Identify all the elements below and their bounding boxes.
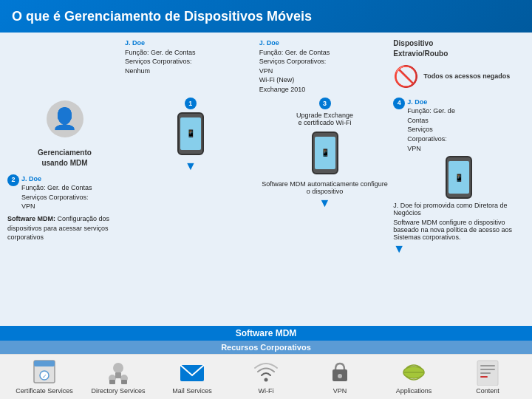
s1-none: Nenhum xyxy=(125,67,150,75)
svg-point-4 xyxy=(113,363,123,373)
s1-step: 1 xyxy=(185,98,197,109)
s3-action2: e certificado Wi-Fi xyxy=(298,119,351,126)
s4-screen: 📱 xyxy=(449,161,469,194)
s4-mdm-text: Software MDM configure o dispositivo bas… xyxy=(393,219,512,241)
s4-promoted: J. Doe foi promovida como Diretora de Ne… xyxy=(393,202,525,216)
s1-services: Serviços Corporativos: xyxy=(125,58,192,65)
s3-mdm-text: Software MDM automaticamente configure o… xyxy=(259,180,391,195)
s3-screen: 📱 xyxy=(315,137,335,169)
s1-screen: 📱 xyxy=(180,117,201,150)
icon-label-6: Content xyxy=(476,387,499,395)
s3-vpn: VPN xyxy=(259,67,273,75)
icon-item-1: Directory Services xyxy=(85,359,151,395)
svg-rect-19 xyxy=(480,372,491,374)
s2-step: 2 xyxy=(7,174,19,186)
scenario2-info: 2 J. Doe Função: Ger. de Contas Serviços… xyxy=(7,174,122,242)
s1-name: J. Doe xyxy=(125,39,145,47)
s3-step: 3 xyxy=(319,98,331,109)
icon-img-1 xyxy=(103,359,133,386)
s1-phone: 📱 xyxy=(177,112,204,155)
page-wrapper: O que é Gerenciamento de Dispositivos Mó… xyxy=(0,0,532,399)
s3-role: Função: Ger. de Contas xyxy=(259,49,330,56)
s4-vpn: VPN xyxy=(407,145,421,152)
s4-name: J. Doe xyxy=(407,98,427,106)
svg-rect-8 xyxy=(121,380,127,384)
s5-right-title1: Dispositivo xyxy=(393,38,433,49)
svg-rect-1 xyxy=(34,361,55,366)
svg-rect-9 xyxy=(115,372,121,378)
s3-action1: Upgrade Exchange xyxy=(296,112,353,119)
mdm-bar: Software MDM xyxy=(0,326,532,341)
icon-label-4: VPN xyxy=(333,387,347,395)
bottom-bars: Software MDM Recursos Corporativos ✓Cert… xyxy=(0,326,532,399)
s2-services: Serviços xyxy=(21,194,47,201)
s3-name: J. Doe xyxy=(259,39,279,47)
icons-bar: ✓Certificate ServicesDirectory ServicesM… xyxy=(0,354,532,399)
scenarios-main: 👤 Gerenciamento usando MDM 2 J. Doe Funç… xyxy=(7,98,525,258)
svg-point-11 xyxy=(265,378,268,382)
mdm-label: Software MDM xyxy=(236,328,297,338)
icon-item-4: VPN xyxy=(307,359,373,395)
s3-services: Serviços Corporativos: xyxy=(259,58,327,65)
s3-mdm-action: Software MDM automaticamente configure o… xyxy=(262,180,388,195)
scenario4-info: 4 J. Doe Função: Ger. de Contas Serviços… xyxy=(393,98,525,154)
corp-label: Recursos Corporativos xyxy=(221,343,311,352)
s4-phone: 📱 xyxy=(446,156,472,199)
icon-img-6 xyxy=(473,359,502,386)
icon-img-5 xyxy=(399,359,429,386)
s4-step: 4 xyxy=(393,98,405,109)
s3-wifi: Wi-Fi (New) xyxy=(259,76,295,83)
left-section: 👤 Gerenciamento usando MDM 2 J. Doe Funç… xyxy=(7,98,122,242)
icon-item-5: Applications xyxy=(381,359,447,395)
scenario45-col: 4 J. Doe Função: Ger. de Contas Serviços… xyxy=(393,98,525,258)
svg-text:✓: ✓ xyxy=(42,373,47,380)
s4-mdm-config: Software MDM configure o dispositivo bas… xyxy=(393,219,525,241)
svg-rect-18 xyxy=(480,369,495,370)
s2-name: J. Doe xyxy=(21,175,41,183)
icon-img-4 xyxy=(325,359,355,386)
s2-role: Função: Ger. de xyxy=(21,184,69,191)
icon-img-0: ✓ xyxy=(30,359,59,386)
icon-label-5: Applications xyxy=(396,387,432,395)
s3-exchange: Exchange 2010 xyxy=(259,86,306,93)
s3-arrow: ▼ xyxy=(319,197,331,210)
avatar: 👤 xyxy=(47,100,83,137)
svg-point-13 xyxy=(338,374,342,378)
s4-services: Serviços xyxy=(407,126,433,133)
s1-role: Função: Ger. de Contas xyxy=(125,49,196,56)
icon-item-0: ✓Certificate Services xyxy=(11,359,78,395)
scenario1-col: 1 📱 ▼ xyxy=(125,98,256,174)
icon-item-2: Mail Services xyxy=(159,359,225,395)
icon-label-0: Certificate Services xyxy=(16,387,73,395)
page-header: O que é Gerenciamento de Dispositivos Mó… xyxy=(0,0,532,33)
icon-item-6: Content xyxy=(454,359,521,395)
mgmt-line1: Gerenciamento xyxy=(38,149,92,157)
corp-bar: Recursos Corporativos xyxy=(0,341,532,354)
icon-label-2: Mail Services xyxy=(172,387,212,395)
icon-img-2 xyxy=(177,359,207,386)
icon-img-3 xyxy=(251,359,281,386)
mgmt-line2: usando MDM xyxy=(41,159,87,167)
svg-rect-20 xyxy=(480,376,488,378)
s1-arrow: ▼ xyxy=(185,160,197,173)
scenario3-col: 3 Upgrade Exchange e certificado Wi-Fi 📱… xyxy=(259,98,391,211)
s2-vpn: VPN xyxy=(21,202,35,210)
prohibited-icon: 🚫 xyxy=(393,62,419,91)
scenario5-header-info: Dispositivo Extravio/Roubo 🚫 Todos os ac… xyxy=(393,38,525,95)
s4-arrow: ▼ xyxy=(393,242,525,256)
s4-promoted-text: J. Doe foi promovida como Diretora de Ne… xyxy=(393,202,507,216)
icon-label-1: Directory Services xyxy=(91,387,145,395)
mgmt-label: Gerenciamento usando MDM xyxy=(7,148,122,168)
s4-role2: Contas xyxy=(407,117,429,124)
icon-label-3: Wi-Fi xyxy=(259,387,274,395)
scenario3-header-info: J. Doe Função: Ger. de Contas Serviços C… xyxy=(259,38,391,95)
s5-right-title2: Extravio/Roubo xyxy=(393,49,448,59)
content-area: J. Doe Função: Ger. de Contas Serviços C… xyxy=(0,33,532,326)
scenario1-header-info: J. Doe Função: Ger. de Contas Serviços C… xyxy=(125,38,256,95)
s3-phone: 📱 xyxy=(312,132,338,174)
s5-access-denied: Todos os acessos negados xyxy=(423,72,510,81)
svg-rect-17 xyxy=(480,365,495,366)
icon-item-3: Wi-Fi xyxy=(233,359,299,395)
s4-role: Função: Ger. de xyxy=(407,107,455,115)
s2-corp: Corporativos: xyxy=(49,194,89,201)
